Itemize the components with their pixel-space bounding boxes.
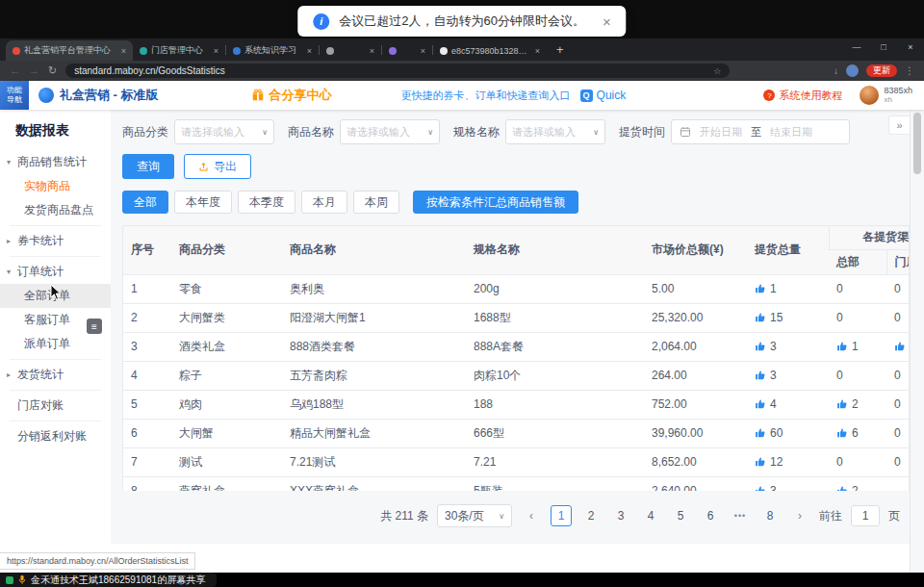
page-button[interactable]: 4 bbox=[640, 505, 661, 526]
cell-amount: 2,640.00 bbox=[644, 476, 747, 491]
filter-row: 商品分类 请选择或输入 ∨ 商品名称 请选择或输入 ∨ 规格名称 请选择或输入 … bbox=[122, 119, 910, 144]
window-minimize-button[interactable]: — bbox=[843, 38, 870, 57]
username-sub: xh bbox=[884, 95, 912, 104]
sidebar-item-shipping-stats[interactable]: ▸ 发货统计 bbox=[0, 363, 111, 387]
range-tab-year[interactable]: 本年度 bbox=[174, 191, 232, 214]
date-range-input[interactable]: 开始日期 至 结束日期 bbox=[671, 119, 850, 144]
window-close-button[interactable]: × bbox=[897, 38, 924, 57]
menu-dots-icon[interactable]: ⋮ bbox=[905, 66, 914, 76]
sidebar-item-label: 商品销售统计 bbox=[17, 154, 87, 170]
browser-tab[interactable]: 系统知识学习 × bbox=[226, 40, 319, 61]
tab-close-icon[interactable]: × bbox=[535, 46, 540, 56]
sidebar-item-distribution-rebate[interactable]: 分销返利对账 bbox=[0, 424, 111, 448]
sidebar-item-goods-sales-stats[interactable]: ▾ 商品销售统计 bbox=[0, 150, 111, 174]
sidebar-drawer-handle[interactable]: ≡ bbox=[87, 319, 102, 334]
tab-close-icon[interactable]: × bbox=[421, 46, 425, 56]
reload-icon[interactable]: ↻ bbox=[48, 65, 57, 76]
banner-close-icon[interactable]: × bbox=[603, 13, 611, 30]
col-header-name: 商品名称 bbox=[282, 226, 466, 274]
cell-no: 5 bbox=[123, 390, 171, 419]
tab-close-icon[interactable]: × bbox=[307, 46, 312, 56]
browser-tab[interactable]: e8c573980b1328a258fd2e6f × bbox=[433, 40, 547, 61]
scrollbar-thumb[interactable] bbox=[913, 113, 921, 174]
tab-title: e8c573980b1328a258fd2e6f bbox=[451, 46, 531, 56]
forward-icon[interactable]: → bbox=[29, 65, 39, 76]
collapse-panel-button[interactable]: » bbox=[888, 115, 910, 135]
share-center-link[interactable]: 合分享中心 bbox=[251, 87, 332, 104]
range-tab-quarter[interactable]: 本季度 bbox=[238, 191, 295, 214]
tab-close-icon[interactable]: × bbox=[121, 46, 126, 56]
category-select[interactable]: 请选择或输入 ∨ bbox=[174, 119, 274, 144]
quick-link[interactable]: Q Quick bbox=[580, 89, 627, 102]
cell-category: 零食 bbox=[171, 274, 282, 303]
sidebar-item-dispatch-orders[interactable]: 派单订单 bbox=[0, 332, 111, 356]
gift-icon bbox=[251, 89, 265, 102]
tab-close-icon[interactable]: × bbox=[214, 46, 218, 56]
next-page-button[interactable]: › bbox=[789, 505, 810, 526]
tutorial-link[interactable]: ? 系统使用教程 bbox=[763, 89, 842, 103]
new-tab-button[interactable]: + bbox=[547, 42, 574, 57]
search-button[interactable]: 查询 bbox=[122, 154, 174, 179]
range-tab-week[interactable]: 本周 bbox=[353, 191, 399, 214]
sidebar-item-coupon-card-stats[interactable]: ▸ 券卡统计 bbox=[0, 229, 111, 253]
prev-page-button[interactable]: ‹ bbox=[521, 505, 542, 526]
sidebar-item-label: 发货统计 bbox=[17, 367, 64, 383]
browser-tab-bar: 礼盒营销平台管理中心 × 门店管理中心 × 系统知识学习 × × × bbox=[0, 38, 924, 61]
range-tab-all[interactable]: 全部 bbox=[122, 191, 168, 214]
tab-close-icon[interactable]: × bbox=[370, 46, 374, 56]
cell-pickup-total: 3 bbox=[747, 476, 829, 491]
page-button-last[interactable]: 8 bbox=[759, 505, 781, 526]
bookmark-star-icon[interactable]: ☆ bbox=[713, 66, 721, 76]
sidebar-item-physical-goods[interactable]: 实物商品 bbox=[0, 174, 111, 198]
page-button[interactable]: 2 bbox=[580, 505, 602, 526]
sidebar-divider bbox=[10, 256, 101, 257]
vertical-scrollbar[interactable] bbox=[910, 110, 924, 573]
range-tab-label: 本季度 bbox=[249, 194, 284, 211]
user-menu[interactable]: 8385xh xh bbox=[860, 86, 912, 105]
browser-tab[interactable]: × bbox=[382, 40, 432, 61]
function-nav-button[interactable]: 功能 导航 bbox=[0, 81, 29, 110]
cell-no: 4 bbox=[123, 361, 171, 390]
site-favicon bbox=[233, 47, 241, 55]
sidebar-item-store-reconciliation[interactable]: 门店对账 bbox=[0, 394, 111, 418]
page-size-select[interactable]: 30条/页 ∨ bbox=[437, 504, 512, 527]
select-placeholder: 请选择或输入 bbox=[181, 125, 258, 140]
cell-store: 0 bbox=[886, 361, 910, 390]
page-button[interactable]: 6 bbox=[700, 505, 721, 526]
page-button[interactable]: 3 bbox=[610, 505, 631, 526]
cell-hq: 6 bbox=[829, 419, 886, 447]
spec-select[interactable]: 请选择或输入 ∨ bbox=[505, 119, 605, 144]
sidebar-item-label: 全部订单 bbox=[24, 288, 70, 304]
range-tab-label: 本年度 bbox=[186, 194, 220, 211]
page-button[interactable]: 5 bbox=[670, 505, 691, 526]
summary-button[interactable]: 按检索条件汇总商品销售额 bbox=[413, 191, 578, 214]
pagination-ellipsis-icon[interactable]: ••• bbox=[730, 505, 751, 526]
goto-page-input[interactable] bbox=[851, 505, 880, 526]
cell-name: XXX燕窝礼盒 bbox=[282, 476, 466, 491]
mouse-cursor bbox=[50, 284, 62, 301]
site-favicon bbox=[326, 47, 334, 55]
browser-tab-active[interactable]: 礼盒营销平台管理中心 × bbox=[6, 40, 133, 61]
update-button[interactable]: 更新 bbox=[866, 64, 897, 77]
site-favicon bbox=[140, 47, 147, 55]
browser-tab[interactable]: 门店管理中心 × bbox=[133, 40, 225, 61]
download-icon[interactable]: ↓ bbox=[834, 66, 838, 76]
url-input[interactable]: standard.maboy.cn/GoodsStatistics ☆ bbox=[65, 64, 730, 78]
browser-tab[interactable]: × bbox=[320, 40, 381, 61]
back-icon[interactable]: ← bbox=[10, 65, 20, 76]
range-tab-month[interactable]: 本月 bbox=[301, 191, 347, 214]
cell-spec: 666型 bbox=[466, 419, 644, 447]
page-button-current[interactable]: 1 bbox=[551, 505, 572, 526]
export-button[interactable]: 导出 bbox=[184, 154, 251, 179]
cell-store: 0 bbox=[886, 303, 910, 332]
browser-profile-avatar[interactable] bbox=[846, 64, 859, 77]
name-select[interactable]: 请选择或输入 ∨ bbox=[340, 119, 440, 144]
sidebar-item-order-stats[interactable]: ▾ 订单统计 bbox=[0, 260, 111, 284]
thumb-up-icon bbox=[755, 485, 766, 491]
cell-spec: 7.21 bbox=[466, 447, 644, 476]
share-center-label: 合分享中心 bbox=[270, 87, 332, 104]
sidebar-item-shipment-inventory[interactable]: 发货商品盘点 bbox=[0, 198, 111, 222]
cell-spec: 1688型 bbox=[466, 303, 644, 332]
window-maximize-button[interactable]: □ bbox=[870, 38, 897, 57]
range-tab-label: 本周 bbox=[365, 194, 388, 211]
